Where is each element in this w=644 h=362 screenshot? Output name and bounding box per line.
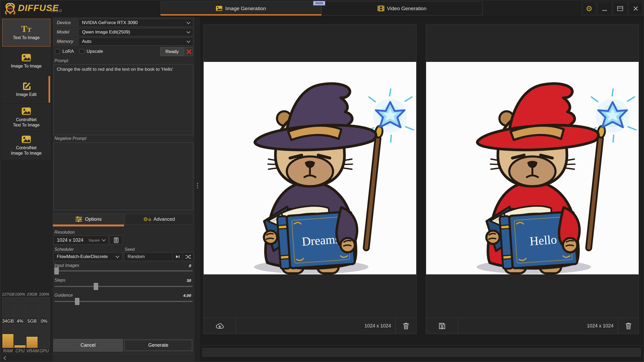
steps-label: Steps	[54, 278, 65, 283]
resolution-calculator-button[interactable]	[110, 236, 122, 245]
sidebar-item-image-edit[interactable]: Image Edit	[2, 76, 50, 103]
trash-icon	[625, 322, 632, 330]
slider-handle[interactable]	[54, 267, 59, 274]
cpu-name: CPU	[14, 349, 26, 353]
chevron-down-icon	[116, 254, 119, 258]
reuse-seed-button[interactable]	[172, 252, 183, 261]
model-select[interactable]: Qwen Image Edit(2509)	[79, 28, 193, 36]
negative-prompt-label: Negative Prompt	[54, 136, 86, 141]
cancel-button[interactable]: Cancel	[53, 339, 123, 352]
randomize-seed-button[interactable]	[183, 252, 193, 261]
gpu-value: 0%	[38, 319, 50, 324]
input-image-canvas[interactable]: Dreams	[204, 62, 416, 274]
gears-icon: ⚙⚙	[143, 216, 151, 222]
device-label: Device	[53, 19, 77, 27]
steps-value: 30	[161, 278, 191, 283]
seed-label: Seed	[125, 247, 135, 252]
ram-max-label: 127GB	[2, 292, 14, 296]
sidebar-label: Text To Image	[13, 35, 39, 40]
delete-input-image-button[interactable]	[395, 318, 416, 334]
minimize-icon	[602, 10, 607, 11]
sidebar-item-image-to-image[interactable]: Image To Image	[2, 48, 50, 75]
magic-staff	[366, 125, 383, 248]
vram-name: VRAM	[26, 349, 38, 353]
status-badge-ready: Ready	[160, 47, 184, 56]
divider	[0, 354, 53, 354]
tab-image-generation[interactable]: Image Generation	[161, 1, 321, 16]
tab-options[interactable]: Options	[53, 214, 124, 225]
image-icon	[216, 6, 222, 11]
image-icon	[21, 107, 31, 115]
input-image-footer: 1024 x 1024	[204, 318, 416, 334]
options-tab-underline	[53, 225, 124, 226]
steps-slider[interactable]	[54, 286, 193, 287]
output-image-size: 1024 x 1024	[587, 323, 618, 329]
gear-icon: ⚙	[586, 4, 592, 13]
close-button[interactable]	[628, 2, 643, 15]
generate-button[interactable]: Generate	[124, 339, 193, 352]
sidebar-item-text-to-image[interactable]: TT Text To Image	[2, 19, 50, 47]
output-image-footer: 1024 x 1024	[426, 318, 639, 334]
gpu-name: GPU	[38, 349, 50, 353]
app-version: v0.3.0	[51, 8, 62, 13]
prompt-input[interactable]: Change the outfit to red and the text on…	[53, 64, 193, 135]
maximize-icon	[617, 6, 623, 11]
minimize-button[interactable]	[597, 2, 612, 15]
save-image-button[interactable]	[426, 318, 458, 334]
image-icon	[21, 135, 31, 143]
slider-handle[interactable]	[94, 283, 98, 290]
magic-staff	[589, 125, 606, 248]
trash-icon	[403, 322, 409, 330]
prompt-label: Prompt	[54, 58, 68, 63]
lora-label: LoRA	[62, 49, 74, 54]
wizard-hat	[477, 84, 598, 150]
sidebar-label: Image To Image	[11, 64, 42, 68]
generated-image-canvas[interactable]: Hello	[426, 62, 639, 274]
panel-splitter[interactable]	[195, 17, 200, 362]
collapse-chevron-left-icon[interactable]	[2, 356, 7, 360]
cpu-max-label: 100%	[14, 292, 26, 296]
memory-select[interactable]: Auto	[79, 38, 193, 46]
upload-cloud-icon	[215, 322, 224, 330]
input-images-slider[interactable]	[54, 270, 193, 271]
svg-text:Hello: Hello	[529, 233, 557, 248]
resolution-select[interactable]: 1024 x 1024 Square	[53, 236, 109, 245]
window-drag-handle[interactable]	[313, 1, 325, 6]
cpu-value: 4%	[14, 319, 26, 324]
upscale-checkbox[interactable]	[80, 49, 84, 54]
film-icon	[378, 6, 384, 11]
diffuse-logo-icon	[4, 2, 16, 15]
input-image-size: 1024 x 1024	[364, 323, 395, 329]
upscale-label: Upscale	[87, 49, 103, 54]
divider	[200, 345, 644, 346]
ram-value: 34GB	[2, 319, 14, 324]
tab-advanced[interactable]: ⚙⚙ Advanced	[125, 214, 193, 225]
seed-input[interactable]: Random	[124, 254, 145, 259]
unload-model-button[interactable]	[185, 47, 193, 56]
lora-checkbox[interactable]	[55, 49, 60, 54]
image-icon	[21, 54, 31, 62]
right-arm	[337, 207, 357, 252]
sidebar-item-controlnet-text-to-image[interactable]: ControlNetText To Image	[2, 104, 50, 131]
ram-name: RAM	[2, 349, 14, 353]
delete-output-image-button[interactable]	[618, 318, 639, 334]
slider-handle[interactable]	[75, 298, 79, 305]
svg-text:Dreams: Dreams	[301, 232, 340, 248]
right-arm	[559, 207, 580, 252]
sidebar-item-controlnet-image-to-image[interactable]: ControlNetImage To Image	[2, 132, 50, 159]
tab-video-generation[interactable]: Video Generation	[321, 1, 483, 16]
maximize-button[interactable]	[613, 2, 627, 15]
resolution-mode: Square	[88, 238, 100, 242]
guidance-label: Guidance	[54, 293, 73, 298]
device-select[interactable]: NVIDIA GeForce RTX 3090	[79, 19, 193, 27]
seed-field: Random	[124, 252, 193, 261]
settings-button[interactable]: ⚙	[582, 2, 596, 15]
scheduler-label: Scheduler	[54, 247, 74, 252]
chevron-down-icon	[187, 39, 190, 43]
scheduler-select[interactable]: FlowMatch-EulerDiscrete	[53, 252, 122, 261]
negative-prompt-input[interactable]	[53, 143, 193, 210]
guidance-slider[interactable]	[54, 301, 193, 302]
upload-image-button[interactable]	[204, 318, 236, 334]
resolution-label: Resolution	[54, 230, 75, 235]
titlebar: DIFFUSE v0.3.0 Image Generation Video Ge…	[0, 0, 644, 17]
